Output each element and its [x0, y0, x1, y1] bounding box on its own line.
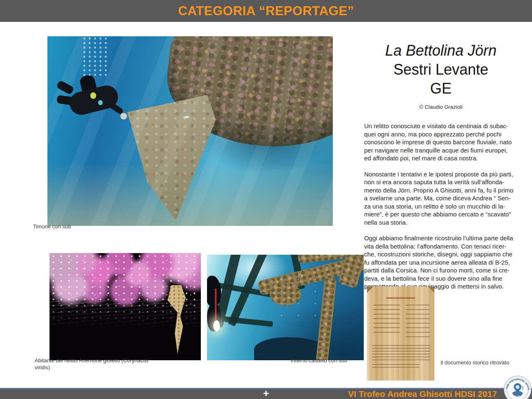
- photo-anemone-gioiello: [49, 253, 201, 360]
- diver-silhouette: [207, 276, 223, 345]
- photo-timone-con-sub: [47, 36, 333, 226]
- plus-button[interactable]: +: [263, 388, 269, 399]
- historic-document-image: [367, 286, 434, 380]
- diver-hand: [120, 113, 127, 120]
- fish-school: [273, 274, 345, 326]
- diver-silhouette: [56, 70, 130, 135]
- article-column: La Bettolina Jörn Sestri Levante GE © Cl…: [364, 41, 518, 291]
- diver-body: [207, 276, 221, 307]
- document-paragraph-lines: [372, 364, 419, 370]
- hds-italia-logo: THE HISTORICAL DIVING SOCIETY · ITALIA ·: [504, 376, 532, 399]
- document-field-lines-left: [373, 305, 400, 336]
- category-title: CATEGORIA “REPORTAGE”: [178, 4, 354, 19]
- article-title-line2: Sestri Levante: [364, 60, 518, 79]
- document-heading-line: [386, 297, 416, 299]
- photo-caption-timone: Timone con sub: [33, 223, 71, 230]
- bubbles: [82, 36, 110, 78]
- footer-bar: + VI Trofeo Andrea Ghisotti HDSI 2017: [0, 388, 532, 399]
- slide-reportage: CATEGORIA “REPORTAGE” Timone con sub Abi…: [0, 0, 532, 399]
- photo-credit: © Claudio Grazioli: [364, 104, 518, 110]
- diver-red-hose: [215, 289, 216, 320]
- article-paragraph-3: Oggi abbiamo finalmente ricostruito l’ul…: [364, 234, 518, 291]
- article-title-line1: La Bettolina Jörn: [364, 41, 518, 60]
- document-paragraph-lines: [372, 345, 430, 361]
- diver-fin: [56, 80, 74, 95]
- document-caption: Il documento storico ritrovato: [440, 359, 515, 366]
- article-paragraph-2: Nonostante i tentativi e le ipotesi prop…: [364, 170, 518, 227]
- header-bar: CATEGORIA “REPORTAGE”: [0, 0, 532, 22]
- photo-caption-anemone: Abitante del relitto Anemone gioiello (C…: [35, 357, 187, 371]
- document-field-lines-right: [405, 305, 430, 341]
- photo-caption-castello: Interno castello con sub: [191, 357, 347, 364]
- article-paragraph-1: Un relitto conosciuto e visitato da cent…: [364, 122, 518, 162]
- diver-flashlight: [213, 320, 220, 331]
- diver-body: [67, 83, 120, 117]
- photo-interno-castello: [207, 255, 364, 360]
- document-corner: [367, 286, 374, 293]
- trophy-label: VI Trofeo Andrea Ghisotti HDSI 2017: [348, 389, 497, 399]
- diver-gear-accent: [90, 92, 96, 99]
- article-title-line3: GE: [364, 79, 518, 98]
- document-corner: [428, 286, 434, 293]
